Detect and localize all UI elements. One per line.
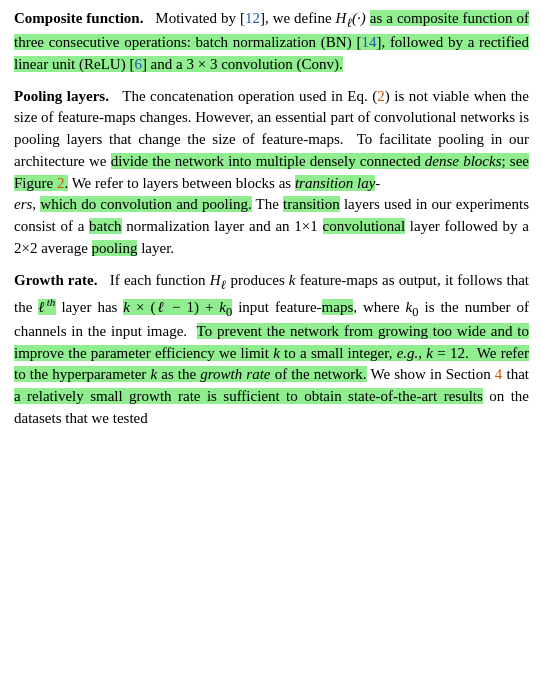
ref-6[interactable]: 6 — [134, 56, 142, 72]
highlight-conv: convolutional — [323, 218, 406, 234]
ref-14[interactable]: 14 — [361, 34, 376, 50]
highlight-prevent: To prevent the network from growing too … — [14, 323, 529, 383]
highlight-maps: maps — [322, 299, 354, 315]
ref-sec4[interactable]: 4 — [495, 366, 503, 382]
highlight-batch: batch — [89, 218, 121, 234]
highlight-sufficient: a relatively small growth rate is suffic… — [14, 388, 483, 404]
growth-paragraph: Growth rate. If each function Hℓ produce… — [14, 270, 529, 430]
highlight-transition2: transition — [283, 196, 340, 212]
document-body: Composite function. Motivated by [12], w… — [14, 8, 529, 430]
highlight-divide: divide the network into multiple densely… — [14, 153, 529, 191]
math-hl: Hℓ(·) — [336, 10, 366, 26]
highlight-transition-do: which do convolution and pooling. — [40, 196, 251, 212]
growth-term: Growth rate. — [14, 272, 97, 288]
highlight-lth: ℓth — [38, 299, 55, 315]
ref-12[interactable]: 12 — [245, 10, 260, 26]
ref-fig2[interactable]: 2 — [57, 175, 65, 191]
highlight-transition-start: transition lay — [295, 175, 375, 191]
highlight-pooling: pooling — [92, 240, 138, 256]
composite-term: Composite function. — [14, 10, 143, 26]
pooling-paragraph: Pooling layers. The concatenation operat… — [14, 86, 529, 260]
pooling-term: Pooling layers. — [14, 88, 109, 104]
ref-eq2[interactable]: 2 — [377, 88, 385, 104]
highlight-kformula: k × (ℓ − 1) + k0 — [123, 299, 232, 315]
composite-paragraph: Composite function. Motivated by [12], w… — [14, 8, 529, 76]
